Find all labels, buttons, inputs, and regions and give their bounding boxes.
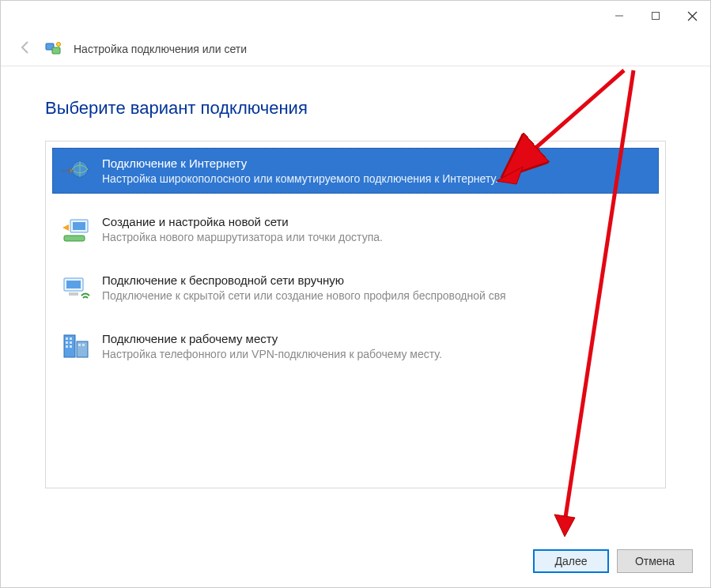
building-server-icon xyxy=(59,330,91,362)
svg-rect-17 xyxy=(70,337,72,340)
close-button[interactable] xyxy=(674,4,710,28)
option-text: Подключение к Интернету Настройка широко… xyxy=(102,155,652,186)
router-setup-icon xyxy=(59,213,91,245)
option-title: Подключение к беспроводной сети вручную xyxy=(102,273,652,287)
svg-rect-19 xyxy=(70,341,72,344)
option-text: Создание и настройка новой сети Настройк… xyxy=(102,213,652,244)
option-text: Подключение к рабочему месту Настройка т… xyxy=(102,330,652,361)
option-desc: Настройка нового маршрутизатора или точк… xyxy=(102,230,652,244)
next-button[interactable]: Далее xyxy=(533,549,609,573)
option-create-network[interactable]: Создание и настройка новой сети Настройк… xyxy=(52,206,659,252)
cancel-button[interactable]: Отмена xyxy=(617,549,693,573)
options-listbox[interactable]: Подключение к Интернету Настройка широко… xyxy=(45,141,666,488)
option-desc: Настройка телефонного или VPN-подключени… xyxy=(102,347,652,361)
option-wireless-manual[interactable]: Подключение к беспроводной сети вручную … xyxy=(52,265,659,311)
option-desc: Подключение к скрытой сети или создание … xyxy=(102,288,652,303)
svg-rect-14 xyxy=(69,292,78,296)
option-title: Подключение к рабочему месту xyxy=(102,332,652,345)
svg-rect-5 xyxy=(52,47,60,54)
svg-rect-10 xyxy=(73,222,85,230)
option-connect-internet[interactable]: Подключение к Интернету Настройка широко… xyxy=(52,148,659,194)
option-title: Создание и настройка новой сети xyxy=(102,215,652,228)
svg-marker-29 xyxy=(554,514,575,537)
minimize-button[interactable] xyxy=(601,4,637,28)
header-row: Настройка подключения или сети xyxy=(1,32,710,66)
svg-rect-11 xyxy=(64,236,85,241)
titlebar xyxy=(1,1,710,32)
page-title: Выберите вариант подключения xyxy=(45,98,666,119)
svg-rect-23 xyxy=(78,344,81,346)
footer-buttons: Далее Отмена xyxy=(533,549,693,573)
svg-rect-16 xyxy=(66,337,68,340)
svg-rect-24 xyxy=(82,344,85,346)
option-workplace[interactable]: Подключение к рабочему месту Настройка т… xyxy=(52,323,659,369)
svg-rect-1 xyxy=(652,13,660,20)
option-text: Подключение к беспроводной сети вручную … xyxy=(102,272,652,303)
wireless-pc-icon xyxy=(59,272,91,303)
back-arrow-icon[interactable] xyxy=(17,39,34,59)
svg-rect-21 xyxy=(70,345,72,348)
option-desc: Настройка широкополосного или коммутируе… xyxy=(102,172,652,186)
svg-rect-13 xyxy=(66,281,81,288)
network-wizard-icon xyxy=(45,40,62,58)
svg-point-6 xyxy=(57,43,61,47)
svg-rect-18 xyxy=(66,341,68,344)
svg-rect-20 xyxy=(66,345,68,348)
globe-arrow-icon xyxy=(59,155,91,187)
header-title: Настройка подключения или сети xyxy=(74,43,247,55)
option-title: Подключение к Интернету xyxy=(102,156,652,170)
content-area: Выберите вариант подключения Подключение… xyxy=(1,66,710,504)
wizard-window: Настройка подключения или сети Выберите … xyxy=(0,0,711,588)
maximize-button[interactable] xyxy=(637,4,674,28)
